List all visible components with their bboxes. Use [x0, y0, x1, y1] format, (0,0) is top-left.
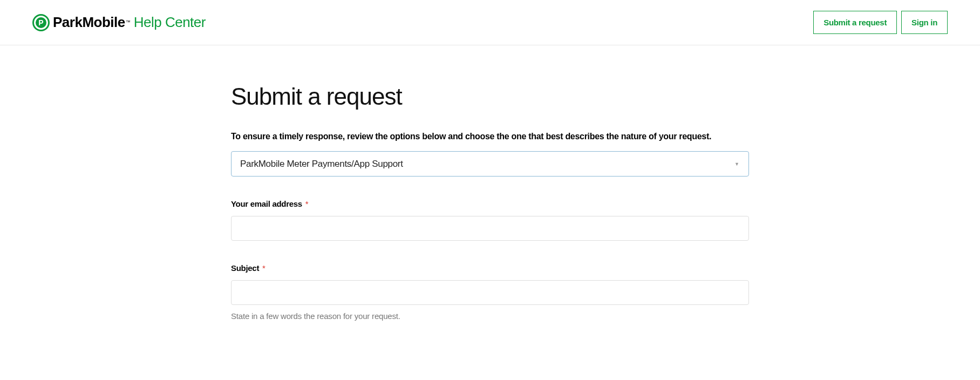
subject-label-text: Subject	[231, 263, 259, 273]
sign-in-button[interactable]: Sign in	[901, 11, 948, 34]
form-instruction: To ensure a timely response, review the …	[231, 132, 749, 141]
parkmobile-logo-icon	[32, 14, 50, 31]
request-type-dropdown[interactable]: ParkMobile Meter Payments/App Support	[231, 151, 749, 177]
trademark-symbol: ™	[126, 19, 131, 25]
email-label-text: Your email address	[231, 199, 302, 208]
request-type-select-wrapper: ParkMobile Meter Payments/App Support ▼	[231, 151, 749, 177]
page-title: Submit a request	[231, 83, 749, 110]
site-header: ParkMobile™Help Center Submit a request …	[0, 0, 980, 45]
subject-input[interactable]	[231, 280, 749, 305]
required-marker: *	[262, 263, 266, 273]
subject-hint: State in a few words the reason for your…	[231, 311, 749, 321]
email-field-group: Your email address *	[231, 199, 749, 263]
brand-subtitle: Help Center	[134, 14, 206, 30]
header-actions: Submit a request Sign in	[813, 11, 948, 34]
main-content: Submit a request To ensure a timely resp…	[231, 45, 749, 342]
email-input[interactable]	[231, 216, 749, 241]
subject-field-group: Subject * State in a few words the reaso…	[231, 263, 749, 321]
required-marker: *	[305, 199, 309, 208]
submit-request-button[interactable]: Submit a request	[813, 11, 897, 34]
brand-name: ParkMobile	[53, 14, 125, 30]
logo-area[interactable]: ParkMobile™Help Center	[32, 14, 206, 31]
subject-label: Subject *	[231, 263, 749, 273]
email-label: Your email address *	[231, 199, 749, 208]
